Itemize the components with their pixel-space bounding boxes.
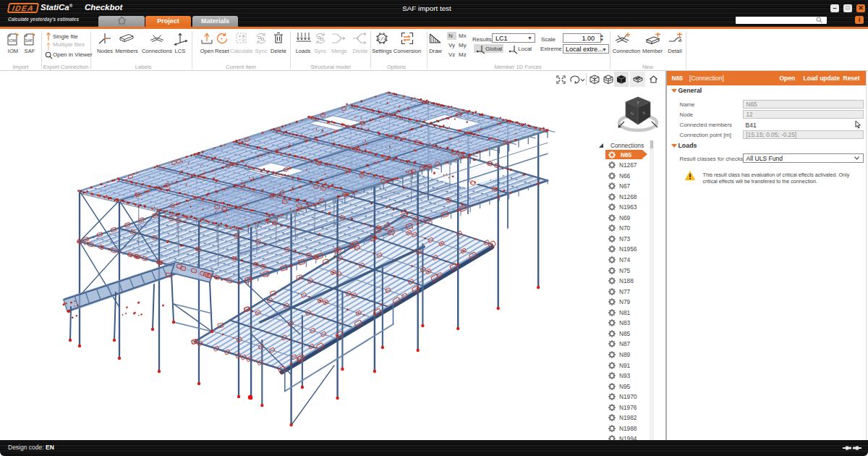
svg-text:</>: </>	[378, 35, 387, 41]
svg-text:Y: Y	[637, 101, 639, 105]
svg-text:IOM: IOM	[9, 38, 16, 42]
svg-text:SAF: SAF	[25, 38, 33, 42]
